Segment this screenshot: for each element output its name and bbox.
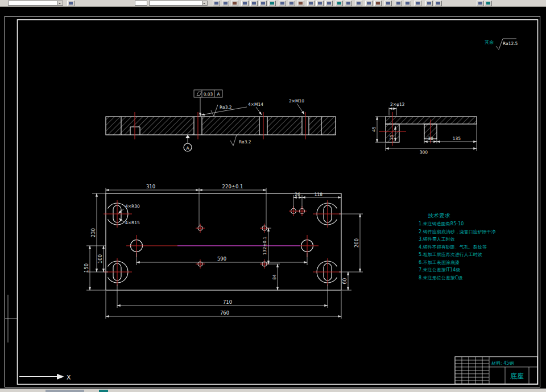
dim-150[interactable]: 150 xyxy=(84,263,89,273)
toolbar-icon[interactable] xyxy=(425,1,433,6)
ra-bottom-label[interactable]: Ra3.2 xyxy=(239,139,251,145)
fcf-tolerance: 0.03 xyxy=(204,92,213,97)
toolbar-icon[interactable] xyxy=(395,1,402,6)
chevron-down-icon[interactable] xyxy=(202,1,207,5)
dim-26[interactable]: 26 xyxy=(295,192,300,197)
surface-note-value: Ra12.5 xyxy=(503,41,518,46)
dim-60[interactable]: 60 xyxy=(342,278,348,284)
flatness-symbol-icon xyxy=(197,92,201,96)
tech-requirement-line: 1.未注铸造圆角R5-10 xyxy=(419,221,464,226)
toolbar-combobox[interactable] xyxy=(8,1,63,6)
tech-requirement-line: 4.铸件不得有砂眼、气孔、裂纹等 xyxy=(419,245,487,250)
dim-230[interactable]: 230 xyxy=(90,228,96,237)
datum-letter: A xyxy=(186,146,189,151)
toolbar-combobox[interactable] xyxy=(149,1,208,6)
fcf-datum: A xyxy=(217,92,220,97)
toolbar-icon[interactable] xyxy=(374,1,382,6)
dim-30[interactable]: 30 xyxy=(428,136,433,141)
toolbar-field[interactable] xyxy=(135,1,147,6)
tech-requirement-line: 6.不加工表面涂底漆 xyxy=(419,260,460,265)
statusbar-segment[interactable] xyxy=(46,390,84,392)
toolbar-icon[interactable] xyxy=(384,1,392,6)
dim-25[interactable]: 25 xyxy=(389,134,394,140)
tech-requirement-line: 5.粗加工后应再次进行人工时效 xyxy=(419,252,482,257)
thread-callout-m10[interactable]: 2×M10 xyxy=(289,98,304,104)
chevron-down-icon[interactable] xyxy=(57,1,63,5)
toolbar-icon[interactable] xyxy=(231,1,238,6)
toolbar-icon[interactable] xyxy=(316,1,324,6)
ucs-x-label: X xyxy=(67,374,71,381)
dim-135[interactable]: 135 xyxy=(453,136,461,141)
toolbar-icon[interactable] xyxy=(414,1,421,6)
radius-callout-r15[interactable]: 4×R15 xyxy=(125,220,140,225)
toolbar-icon[interactable] xyxy=(259,1,267,6)
surface-note-prefix: 其余 xyxy=(485,40,494,45)
tech-requirement-line: 8.未注形位公差按C级 xyxy=(419,275,462,280)
dim-760[interactable]: 760 xyxy=(220,310,229,316)
toolbar-icon[interactable] xyxy=(213,1,220,6)
toolbar-icon[interactable] xyxy=(404,1,411,6)
toolbar-icon[interactable] xyxy=(345,1,352,6)
radius-callout-r30[interactable]: 4×R30 xyxy=(125,204,140,209)
corner-slot[interactable] xyxy=(104,200,341,286)
ra-top-label[interactable]: Ra3.2 xyxy=(220,105,232,110)
part-name: 底座 xyxy=(510,372,524,380)
tech-requirements[interactable]: 技术要求 1.未注铸造圆角R5-10 2.铸件应彻底清砂，浇冒口应铲除干净 3.… xyxy=(419,212,496,280)
tech-requirement-line: 3.铸件需人工时效 xyxy=(419,237,455,242)
dim-45[interactable]: 45 xyxy=(371,126,377,132)
toolbar-icon[interactable] xyxy=(268,1,276,6)
material-label: 材料: 45钢 xyxy=(491,361,514,366)
statusbar-segment[interactable] xyxy=(99,390,108,392)
front-section-view[interactable]: 0.03 A Ra3.2 Ra3.2 4×M14 2×M10 A xyxy=(106,90,336,151)
centerlines xyxy=(196,206,307,269)
tech-requirement-line: 2.铸件应彻底清砂，浇冒口应铲除干净 xyxy=(419,229,496,234)
toolbar-icon[interactable] xyxy=(355,1,362,6)
dim-300[interactable]: 300 xyxy=(420,150,428,155)
toolbar-icon[interactable] xyxy=(307,1,315,6)
dim-710[interactable]: 710 xyxy=(223,299,232,305)
plan-view[interactable]: 310 220±0.1 26 118 230 100 150 590 132±0… xyxy=(84,184,363,319)
toolbar-icon[interactable] xyxy=(279,1,286,6)
toolbar-icon[interactable] xyxy=(288,1,295,6)
drawing-canvas[interactable]: 其余 Ra12.5 0.03 A Ra3.2 Ra3.2 4×M14 2× xyxy=(0,7,546,389)
dim-220[interactable]: 220±0.1 xyxy=(222,184,243,189)
dim-118[interactable]: 118 xyxy=(315,192,323,197)
tech-requirement-line: 7.未注公差按IT14级 xyxy=(419,267,460,273)
surface-finish-icon xyxy=(230,135,237,146)
toolbar-icon[interactable] xyxy=(477,1,484,6)
sheet-frame[interactable] xyxy=(5,16,540,387)
toolbar-icon[interactable] xyxy=(297,1,304,6)
toolbar-icon[interactable] xyxy=(325,1,333,6)
dim-590[interactable]: 590 xyxy=(217,256,226,262)
surface-roughness-note[interactable]: 其余 Ra12.5 xyxy=(485,39,518,49)
dim-132[interactable]: 132±0.1 xyxy=(262,237,267,255)
surface-finish-icon xyxy=(211,105,218,116)
toolbar-icon[interactable] xyxy=(250,1,258,6)
dim-100[interactable]: 100 xyxy=(97,254,103,263)
tech-requirements-title: 技术要求 xyxy=(428,212,450,218)
toolbar-icon[interactable] xyxy=(336,1,343,6)
side-section-view[interactable]: 2×φ12 45 25 30 135 300 xyxy=(371,102,477,155)
toolbar-icon[interactable] xyxy=(67,1,75,6)
thread-callout-m14[interactable]: 4×M14 xyxy=(248,102,263,107)
toolbar-icon[interactable] xyxy=(241,1,249,6)
dim-200[interactable]: 200 xyxy=(354,238,359,247)
ucs-x-arrow-icon xyxy=(57,374,64,379)
frame-fold-mark xyxy=(5,295,17,343)
datum-symbol[interactable]: A xyxy=(184,135,192,151)
toolbar-icon[interactable] xyxy=(485,1,492,6)
toolbar-icon[interactable] xyxy=(435,1,442,6)
toolbar xyxy=(0,0,546,7)
ucs-icon[interactable]: X xyxy=(19,374,71,381)
toolbar-icon[interactable] xyxy=(222,1,229,6)
title-block[interactable]: 材料: 45钢 底座 xyxy=(455,357,537,384)
toolbar-icon[interactable] xyxy=(365,1,373,6)
hole-callout-phi12[interactable]: 2×φ12 xyxy=(390,102,405,107)
dim-84[interactable]: 84 xyxy=(272,274,277,280)
dim-310[interactable]: 310 xyxy=(146,184,155,189)
statusbar xyxy=(0,389,546,392)
